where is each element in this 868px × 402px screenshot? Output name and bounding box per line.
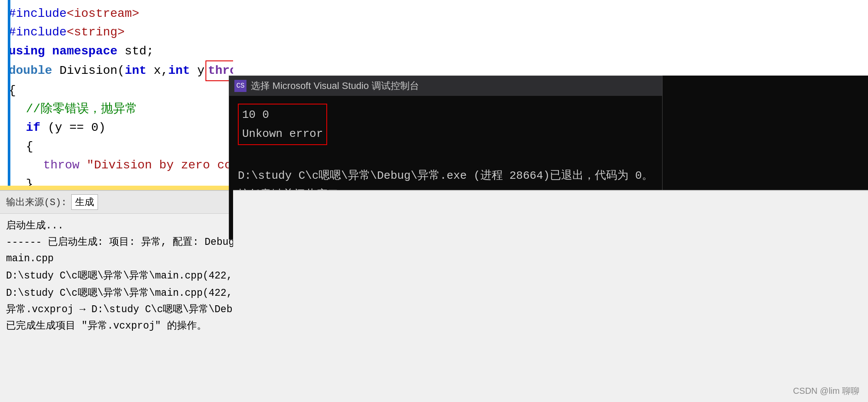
output-line-1: 启动生成... — [6, 218, 227, 234]
code-line-if: if (y == 0) — [0, 118, 233, 137]
console-output-boxed: 10 0 Unkown error — [238, 104, 653, 147]
console-icon: CS — [234, 80, 246, 92]
output-source-label: 输出来源(S): — [6, 196, 67, 209]
code-line-brace1: { — [0, 81, 233, 100]
output-line-3: main.cpp — [6, 251, 227, 267]
console-title-text: 选择 Microsoft Visual Studio 调试控制台 — [251, 79, 419, 92]
output-line-4: D:\study C\c嗯嗯\异常\异常\main.cpp(422,3): wa… — [6, 267, 227, 285]
code-line-include-iostream: #include <iostream> — [0, 4, 233, 23]
output-panel: 输出来源(S): 生成 启动生成... ------ 已启动生成: 项目: 异常… — [0, 190, 233, 402]
output-line-2: ------ 已启动生成: 项目: 异常, 配置: Debug Win32 — [6, 234, 227, 251]
code-line-using: using namespace std; — [0, 42, 233, 60]
console-line-exit: D:\study C\c嗯嗯\异常\Debug\异常.exe (进程 28664… — [238, 166, 653, 185]
output-source-value[interactable]: 生成 — [71, 194, 98, 210]
code-line-brace2: { — [0, 137, 233, 156]
code-line-comment: //除零错误，抛异常 — [0, 100, 233, 118]
console-red-box: 10 0 Unkown error — [238, 104, 327, 145]
output-line-7: 已完成生成项目 "异常.vcxproj" 的操作。 — [6, 318, 227, 335]
code-text: #include — [9, 4, 66, 23]
code-line-include-string: #include <string> — [0, 23, 233, 41]
output-content: 启动生成... ------ 已启动生成: 项目: 异常, 配置: Debug … — [0, 214, 233, 339]
output-line-6: 异常.vcxproj → D:\study C\c嗯嗯\异常\Debug\异常.… — [6, 302, 227, 318]
code-line-func-decl: double Division(int x, int ythrow()//表明不… — [0, 60, 233, 81]
code-panel: #include <iostream> #include <string> us… — [0, 0, 233, 190]
code-line-throw: throw "Division by zero condition!"; — [0, 156, 233, 174]
output-line-5: D:\study C\c嗯嗯\异常\异常\main.cpp(422,3): me… — [6, 285, 227, 302]
output-toolbar: 输出来源(S): 生成 — [0, 191, 233, 214]
watermark: CSDN @lim 聊聊 — [793, 385, 859, 397]
bottom-right-panel — [233, 190, 868, 402]
console-titlebar: CS 选择 Microsoft Visual Studio 调试控制台 — [229, 76, 662, 96]
